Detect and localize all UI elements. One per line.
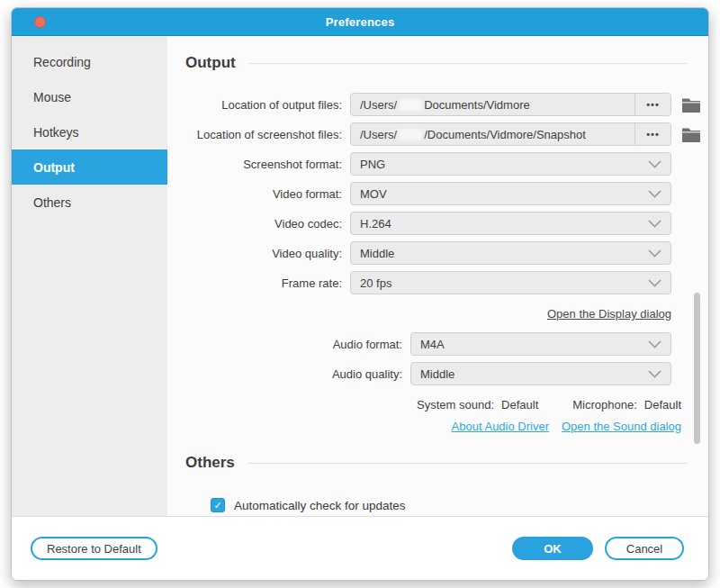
chevron-down-icon: [648, 249, 662, 258]
chevron-down-icon: [648, 279, 662, 287]
audio-quality-row: Audio quality: Middle: [185, 362, 701, 385]
window-title: Preferences: [326, 15, 395, 29]
system-sound-value: Default: [501, 398, 538, 412]
select-value: Middle: [420, 367, 648, 381]
browse-button[interactable]: •••: [634, 94, 670, 115]
video-codec-row: Video codec: H.264: [185, 212, 701, 235]
open-sound-dialog-link[interactable]: Open the Sound dialog: [562, 420, 681, 433]
browse-button[interactable]: •••: [634, 123, 670, 145]
close-button[interactable]: [34, 16, 46, 28]
field-label: Audio format:: [185, 338, 410, 351]
about-audio-driver-link[interactable]: About Audio Driver: [452, 420, 549, 433]
divider: [248, 63, 688, 64]
audio-format-select[interactable]: M4A: [410, 332, 671, 356]
sidebar-item-output[interactable]: Output: [12, 149, 167, 185]
chevron-down-icon: [648, 190, 662, 198]
screenshot-format-row: Screenshot format: PNG: [185, 152, 701, 176]
field-label: Location of screenshot files:: [185, 128, 350, 141]
sidebar: Recording Mouse Hotkeys Output Others: [12, 36, 167, 516]
chevron-down-icon: [648, 370, 662, 378]
select-value: PNG: [360, 158, 648, 171]
sound-status-row: System sound:Default Microphone:Default: [185, 398, 701, 412]
sidebar-item-others[interactable]: Others: [12, 185, 167, 220]
field-label: Video quality:: [185, 247, 350, 260]
field-label: Frame rate:: [185, 276, 350, 290]
folder-icon[interactable]: [681, 126, 701, 142]
sidebar-item-mouse[interactable]: Mouse: [12, 79, 167, 114]
updates-checkbox[interactable]: ✓: [211, 498, 225, 512]
sidebar-item-label: Output: [33, 160, 75, 175]
microphone-value: Default: [644, 398, 681, 412]
sidebar-item-label: Recording: [33, 55, 91, 69]
video-format-row: Video format: MOV: [185, 182, 701, 205]
output-heading: Output: [185, 54, 236, 72]
chevron-down-icon: [648, 340, 662, 348]
restore-default-button[interactable]: Restore to Default: [31, 537, 158, 560]
updates-checkbox-label: Automatically check for updates: [234, 499, 406, 512]
chevron-down-icon: [648, 160, 662, 168]
redacted-username: [399, 99, 422, 111]
video-codec-select[interactable]: H.264: [350, 212, 671, 235]
sidebar-item-label: Others: [33, 195, 71, 210]
field-label: Video format:: [185, 187, 350, 201]
frame-rate-row: Frame rate: 20 fps: [185, 271, 701, 294]
sidebar-item-label: Mouse: [33, 90, 71, 104]
titlebar: Preferences: [12, 8, 708, 36]
audio-quality-select[interactable]: Middle: [410, 362, 671, 385]
open-display-dialog-link[interactable]: Open the Display dialog: [547, 307, 671, 321]
sidebar-item-hotkeys[interactable]: Hotkeys: [12, 114, 167, 149]
path-value: /Users//Documents/Vidmore/Snapshot: [351, 128, 634, 141]
screenshot-location-field[interactable]: /Users//Documents/Vidmore/Snapshot •••: [350, 122, 671, 146]
select-value: H.264: [360, 217, 648, 231]
content-panel: Output Location of output files: /Users/…: [167, 36, 708, 516]
scrollbar-thumb[interactable]: [694, 293, 700, 444]
cancel-button[interactable]: Cancel: [605, 537, 684, 560]
field-label: Screenshot format:: [185, 158, 350, 171]
footer: Restore to Default OK Cancel: [12, 516, 708, 580]
sidebar-item-recording[interactable]: Recording: [12, 44, 167, 79]
field-label: Video codec:: [185, 217, 350, 231]
chevron-down-icon: [648, 220, 662, 228]
select-value: 20 fps: [360, 276, 648, 290]
select-value: Middle: [360, 247, 648, 260]
select-value: M4A: [420, 338, 648, 351]
output-section-header: Output: [185, 54, 708, 72]
sidebar-item-label: Hotkeys: [33, 125, 79, 140]
redacted-username: [399, 129, 422, 140]
system-sound-label: System sound:: [417, 398, 494, 412]
frame-rate-select[interactable]: 20 fps: [350, 271, 671, 294]
update-check-row: ✓ Automatically check for updates: [211, 498, 708, 512]
preferences-window: Preferences Recording Mouse Hotkeys Outp…: [11, 7, 709, 581]
field-label: Audio quality:: [185, 367, 410, 381]
ok-button[interactable]: OK: [512, 537, 593, 560]
field-label: Location of output files:: [185, 98, 350, 112]
microphone-label: Microphone:: [572, 398, 637, 412]
screenshot-format-select[interactable]: PNG: [350, 152, 671, 176]
select-value: MOV: [360, 187, 648, 201]
folder-icon[interactable]: [681, 96, 701, 113]
audio-format-row: Audio format: M4A: [185, 332, 701, 356]
others-heading: Others: [185, 454, 235, 472]
video-quality-select[interactable]: Middle: [350, 241, 671, 265]
divider: [248, 463, 688, 464]
video-quality-row: Video quality: Middle: [185, 241, 701, 265]
output-location-row: Location of output files: /Users/Documen…: [185, 93, 701, 116]
video-format-select[interactable]: MOV: [350, 182, 671, 205]
others-section-header: Others: [185, 454, 708, 472]
output-location-field[interactable]: /Users/Documents/Vidmore •••: [350, 93, 671, 116]
path-value: /Users/Documents/Vidmore: [351, 98, 634, 112]
screenshot-location-row: Location of screenshot files: /Users//Do…: [185, 122, 701, 146]
